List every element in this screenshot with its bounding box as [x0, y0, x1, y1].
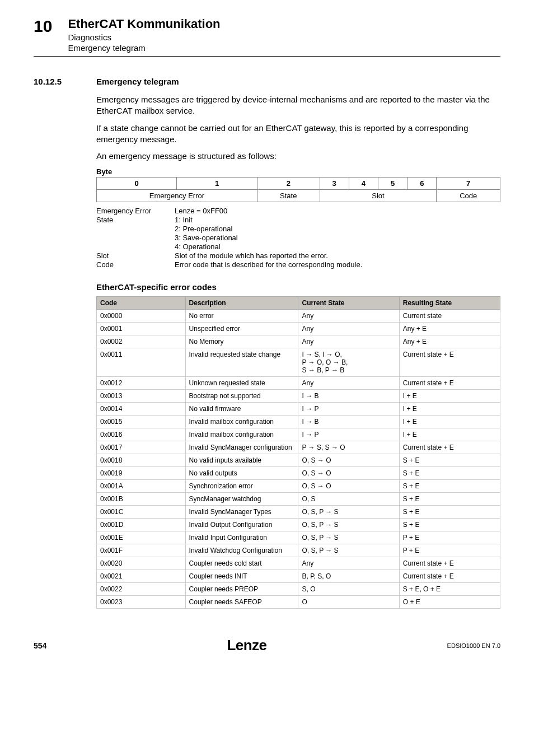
codes-cell-res: Current state + E: [399, 348, 500, 377]
codes-cell-desc: Synchronization error: [185, 480, 298, 493]
codes-cell-res: S + E: [399, 480, 500, 493]
def-val-state1: 1: Init: [175, 216, 500, 224]
codes-cell-res: I + E: [399, 390, 500, 403]
codes-cell-res: S + E: [399, 454, 500, 467]
chapter-number: 10: [34, 17, 52, 36]
codes-header-res: Resulting State: [399, 297, 500, 310]
table-row: 0x001CInvalid SyncManager TypesO, S, P →…: [97, 506, 500, 519]
codes-cell-cur: I → P: [298, 403, 399, 416]
codes-cell-code: 0x0016: [97, 428, 186, 441]
codes-cell-code: 0x0013: [97, 390, 186, 403]
codes-table: Code Description Current State Resulting…: [96, 296, 500, 609]
codes-cell-cur: Any: [298, 323, 399, 335]
codes-cell-desc: No valid firmware: [185, 403, 298, 416]
table-row: 0x0000No errorAnyCurrent state: [97, 310, 500, 323]
chapter-title: EtherCAT Kommunikation: [68, 17, 220, 31]
byte-cell-state: State: [257, 190, 320, 202]
codes-cell-desc: Coupler needs INIT: [185, 570, 298, 583]
def-term-state: State: [96, 216, 175, 224]
codes-cell-cur: O, S, P → S: [298, 506, 399, 519]
codes-cell-cur: S, O: [298, 583, 399, 596]
paragraph: An emergency message is structured as fo…: [96, 151, 500, 162]
codes-cell-desc: Coupler needs SAFEOP: [185, 596, 298, 609]
codes-cell-code: 0x0014: [97, 403, 186, 416]
table-row: 0x0023Coupler needs SAFEOPOO + E: [97, 596, 500, 609]
table-row: 0x0016Invalid mailbox configurationI → P…: [97, 428, 500, 441]
def-val-error: Lenze = 0xFF00: [175, 207, 500, 215]
codes-cell-code: 0x0011: [97, 348, 186, 377]
table-row: 0x0011Invalid requested state changeI → …: [97, 348, 500, 377]
codes-cell-desc: No Memory: [185, 335, 298, 348]
paragraph: If a state change cannot be carried out …: [96, 123, 500, 146]
codes-cell-cur: O, S → O: [298, 480, 399, 493]
codes-cell-desc: Coupler needs PREOP: [185, 583, 298, 596]
codes-cell-desc: Unspecified error: [185, 323, 298, 335]
byte-header-1: 1: [177, 178, 257, 190]
codes-header-desc: Description: [185, 297, 298, 310]
codes-cell-code: 0x001E: [97, 531, 186, 544]
codes-cell-cur: O, S, P → S: [298, 519, 399, 531]
def-term-slot: Slot: [96, 251, 175, 260]
byte-header-6: 6: [407, 178, 437, 190]
table-row: 0x0021Coupler needs INITB, P, S, OCurren…: [97, 570, 500, 583]
codes-cell-desc: Invalid SyncManager Types: [185, 506, 298, 519]
codes-header-cur: Current State: [298, 297, 399, 310]
table-row: 0x0018No valid inputs availableO, S → OS…: [97, 454, 500, 467]
codes-cell-code: 0x0019: [97, 467, 186, 480]
codes-cell-desc: Invalid SyncManager configuration: [185, 441, 298, 454]
codes-cell-code: 0x0022: [97, 583, 186, 596]
def-val-state3: 3: Save-operational: [175, 234, 500, 242]
codes-cell-res: Current state + E: [399, 570, 500, 583]
codes-cell-desc: Coupler needs cold start: [185, 557, 298, 570]
section-number: 10.12.5: [34, 77, 82, 609]
codes-cell-cur: O, S: [298, 493, 399, 506]
codes-cell-cur: Any: [298, 335, 399, 348]
codes-cell-res: Current state + E: [399, 441, 500, 454]
table-row: 0x001FInvalid Watchdog ConfigurationO, S…: [97, 544, 500, 557]
codes-cell-res: Any + E: [399, 323, 500, 335]
codes-cell-code: 0x0020: [97, 557, 186, 570]
codes-cell-code: 0x0015: [97, 416, 186, 428]
codes-cell-res: Current state + E: [399, 377, 500, 390]
table-row: 0x0015Invalid mailbox configurationI → B…: [97, 416, 500, 428]
codes-cell-res: I + E: [399, 416, 500, 428]
byte-header-0: 0: [97, 178, 177, 190]
codes-cell-res: O + E: [399, 596, 500, 609]
def-val-slot: Slot of the module which has reported th…: [175, 251, 500, 260]
codes-cell-res: Current state + E: [399, 557, 500, 570]
table-row: 0x001BSyncManager watchdogO, SS + E: [97, 493, 500, 506]
byte-cell-slot: Slot: [320, 190, 437, 202]
table-row: 0x001ASynchronization errorO, S → OS + E: [97, 480, 500, 493]
byte-header-5: 5: [378, 178, 407, 190]
codes-cell-cur: O, S → O: [298, 454, 399, 467]
brand-logo: Lenze: [227, 637, 266, 654]
byte-header-4: 4: [349, 178, 378, 190]
chapter-sub2: Emergency telegram: [68, 43, 220, 53]
codes-cell-res: I + E: [399, 403, 500, 416]
byte-cell-code: Code: [437, 190, 500, 202]
codes-cell-code: 0x001A: [97, 480, 186, 493]
codes-cell-cur: I → B: [298, 416, 399, 428]
byte-cell-emergency-error: Emergency Error: [97, 190, 257, 202]
codes-cell-res: S + E: [399, 519, 500, 531]
def-term-error: Emergency Error: [96, 207, 175, 215]
table-row: 0x001DInvalid Output ConfigurationO, S, …: [97, 519, 500, 531]
table-row: 0x0002No MemoryAnyAny + E: [97, 335, 500, 348]
codes-cell-res: P + E: [399, 544, 500, 557]
codes-cell-code: 0x0018: [97, 454, 186, 467]
codes-cell-res: P + E: [399, 531, 500, 544]
codes-cell-res: S + E, O + E: [399, 583, 500, 596]
codes-cell-code: 0x0021: [97, 570, 186, 583]
page-header: 10 EtherCAT Kommunikation Diagnostics Em…: [34, 17, 500, 57]
codes-cell-code: 0x001B: [97, 493, 186, 506]
table-row: 0x0014No valid firmwareI → PI + E: [97, 403, 500, 416]
codes-cell-desc: SyncManager watchdog: [185, 493, 298, 506]
codes-cell-desc: Invalid Input Configuration: [185, 531, 298, 544]
codes-cell-desc: No valid outputs: [185, 467, 298, 480]
footer: 554 Lenze EDSIO1000 EN 7.0: [34, 637, 500, 654]
table-row: 0x0012Unknown requested stateAnyCurrent …: [97, 377, 500, 390]
codes-cell-cur: O, S, P → S: [298, 544, 399, 557]
codes-cell-cur: P → S, S → O: [298, 441, 399, 454]
page-number: 554: [34, 641, 46, 650]
codes-header-code: Code: [97, 297, 186, 310]
